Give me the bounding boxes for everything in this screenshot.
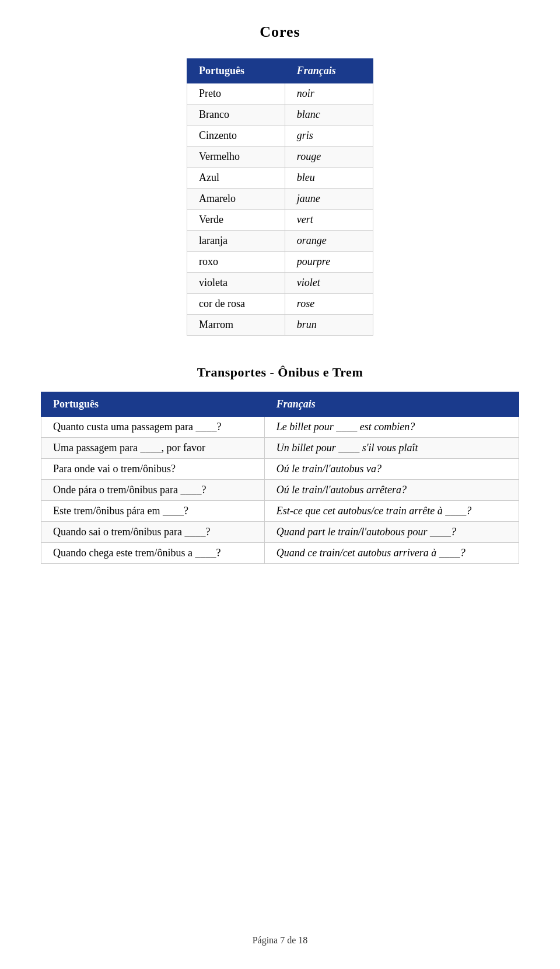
transport-portuguese: Quanto custa uma passagem para ____? [41, 417, 265, 438]
color-french: bleu [285, 168, 373, 189]
transport-french: Oú le train/l'autobus va? [264, 459, 519, 480]
table-row: Vermelhorouge [187, 147, 373, 168]
colors-header-portuguese: Português [187, 59, 285, 83]
table-row: violetaviolet [187, 273, 373, 294]
transport-french: Quand part le train/l'autobous pour ____… [264, 522, 519, 543]
table-row: Azulbleu [187, 168, 373, 189]
table-row: Onde pára o trem/ônibus para ____?Oú le … [41, 480, 519, 501]
color-french: blanc [285, 104, 373, 126]
transport-french: Un billet pour ____ s'il vous plaît [264, 438, 519, 459]
table-row: Para onde vai o trem/ônibus?Oú le train/… [41, 459, 519, 480]
color-french: vert [285, 210, 373, 231]
color-french: brun [285, 315, 373, 336]
transport-french: Est-ce que cet autobus/ce train arrête à… [264, 501, 519, 522]
table-row: Quando chega este trem/ônibus a ____?Qua… [41, 543, 519, 564]
color-french: pourpre [285, 252, 373, 273]
transport-table: Português Français Quanto custa uma pass… [41, 392, 519, 564]
transport-portuguese: Quando chega este trem/ônibus a ____? [41, 543, 265, 564]
color-portuguese: Vermelho [187, 147, 285, 168]
color-portuguese: Marrom [187, 315, 285, 336]
color-portuguese: Branco [187, 104, 285, 126]
table-row: Quando sai o trem/ônibus para ____?Quand… [41, 522, 519, 543]
transport-portuguese: Quando sai o trem/ônibus para ____? [41, 522, 265, 543]
table-row: Uma passagem para ____, por favorUn bill… [41, 438, 519, 459]
color-portuguese: roxo [187, 252, 285, 273]
color-french: jaune [285, 189, 373, 210]
transport-french: Oú le train/l'autobus arrêtera? [264, 480, 519, 501]
color-french: gris [285, 126, 373, 147]
table-row: Verdevert [187, 210, 373, 231]
table-row: Amarelojaune [187, 189, 373, 210]
transport-header-portuguese: Português [41, 392, 265, 417]
table-row: cor de rosarose [187, 294, 373, 315]
transport-portuguese: Onde pára o trem/ônibus para ____? [41, 480, 265, 501]
transport-french: Quand ce train/cet autobus arrivera à __… [264, 543, 519, 564]
color-french: rouge [285, 147, 373, 168]
transport-portuguese: Este trem/ônibus pára em ____? [41, 501, 265, 522]
color-portuguese: cor de rosa [187, 294, 285, 315]
colors-table: Português Français PretonoirBrancoblancC… [187, 58, 373, 336]
color-portuguese: Amarelo [187, 189, 285, 210]
footer-text: Página 7 de 18 [253, 935, 308, 945]
table-row: roxopourpre [187, 252, 373, 273]
table-row: Quanto custa uma passagem para ____?Le b… [41, 417, 519, 438]
transport-header-french: Français [264, 392, 519, 417]
colors-header-french: Français [285, 59, 373, 83]
color-portuguese: Verde [187, 210, 285, 231]
table-row: Brancoblanc [187, 104, 373, 126]
page-title: Cores [260, 23, 300, 41]
transport-french: Le billet pour ____ est combien? [264, 417, 519, 438]
table-row: Este trem/ônibus pára em ____?Est-ce que… [41, 501, 519, 522]
table-row: Cinzentogris [187, 126, 373, 147]
page-footer: Página 7 de 18 [35, 900, 525, 946]
color-portuguese: Cinzento [187, 126, 285, 147]
table-row: Marrombrun [187, 315, 373, 336]
color-french: noir [285, 83, 373, 104]
transport-portuguese: Para onde vai o trem/ônibus? [41, 459, 265, 480]
color-portuguese: Azul [187, 168, 285, 189]
color-french: violet [285, 273, 373, 294]
table-row: laranjaorange [187, 231, 373, 252]
color-french: rose [285, 294, 373, 315]
table-row: Pretonoir [187, 83, 373, 104]
color-french: orange [285, 231, 373, 252]
color-portuguese: Preto [187, 83, 285, 104]
section2-title: Transportes - Ônibus e Trem [197, 365, 363, 380]
transport-portuguese: Uma passagem para ____, por favor [41, 438, 265, 459]
color-portuguese: violeta [187, 273, 285, 294]
color-portuguese: laranja [187, 231, 285, 252]
